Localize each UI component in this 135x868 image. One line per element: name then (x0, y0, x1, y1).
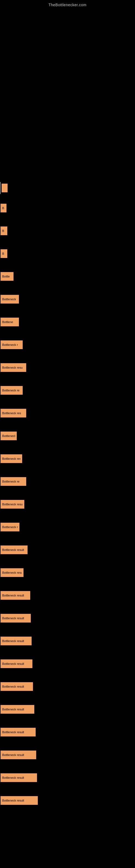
result-bar-11: Bottleneck res (1, 409, 26, 417)
result-bar-label-17: Bottleneck result (2, 548, 24, 552)
result-item-23: Bottleneck result (0, 681, 135, 692)
result-bar-28: Bottleneck result (1, 796, 38, 805)
result-bar-16: Bottleneck result (1, 523, 19, 531)
result-bar-12: Bottleneck (1, 432, 17, 440)
result-item-9: Bottleneck resu (0, 362, 135, 373)
result-bar-7: Bottlene (1, 318, 19, 326)
result-bar-15: Bottleneck result (1, 500, 24, 508)
result-bar-25: Bottleneck result (1, 728, 36, 737)
result-bar-label-19: Bottleneck result (2, 594, 24, 597)
result-bar-label-11: Bottleneck res (2, 411, 21, 415)
site-title: TheBottlenecker.com (0, 0, 135, 8)
result-bar-13: Bottleneck resul (1, 454, 22, 463)
result-bar-23: Bottleneck result (1, 682, 33, 691)
result-bar-label-25: Bottleneck result (2, 731, 24, 734)
result-bar-label-26: Bottleneck result (2, 753, 24, 756)
result-item-14: Bottleneck re (0, 475, 135, 488)
result-item-13: Bottleneck resul (0, 453, 135, 465)
result-item-1 (0, 182, 135, 194)
result-item-2: B (0, 202, 135, 214)
result-bar-9: Bottleneck resu (1, 363, 26, 372)
result-item-28: Bottleneck result (0, 795, 135, 806)
result-item-10: Bottleneck re (0, 384, 135, 396)
result-item-3: B (0, 225, 135, 237)
result-bar-6: Bottleneck (1, 295, 19, 304)
result-bar-2: B (1, 204, 6, 212)
result-bar-label-6: Bottleneck (2, 298, 16, 301)
result-item-24: Bottleneck result (0, 703, 135, 715)
result-bar-label-24: Bottleneck result (2, 708, 24, 711)
result-bar-label-20: Bottleneck result (2, 617, 24, 620)
result-bar-label-21: Bottleneck result (2, 639, 24, 643)
result-bar-label-3: B (2, 229, 4, 232)
result-bar-label-16: Bottleneck result (2, 525, 18, 529)
result-bar-label-8: Bottleneck r (2, 343, 18, 346)
result-bar-1 (2, 184, 8, 192)
result-bar-22: Bottleneck result (1, 659, 32, 668)
result-bar-label-15: Bottleneck result (2, 503, 23, 506)
result-bar-label-7: Bottlene (2, 320, 13, 323)
result-item-6: Bottleneck (0, 293, 135, 305)
result-bar-17: Bottleneck result (1, 546, 28, 554)
result-bar-label-10: Bottleneck re (2, 389, 19, 392)
result-bar-3: B (1, 226, 7, 235)
result-item-18: Bottleneck result (0, 567, 135, 579)
result-item-16: Bottleneck result (0, 521, 135, 533)
result-item-25: Bottleneck result (0, 726, 135, 738)
result-bar-label-14: Bottleneck re (2, 480, 19, 483)
result-item-26: Bottleneck result (0, 749, 135, 761)
result-item-11: Bottleneck res (0, 407, 135, 419)
result-bar-18: Bottleneck result (1, 568, 24, 577)
result-bar-label-18: Bottleneck result (2, 571, 22, 574)
results-container: BBBBottleBottleneckBottleneBottleneck rB… (0, 8, 135, 812)
result-bar-21: Bottleneck result (1, 637, 32, 645)
result-item-20: Bottleneck result (0, 612, 135, 624)
result-item-5: Bottle (0, 271, 135, 282)
result-item-15: Bottleneck result (0, 498, 135, 510)
result-item-21: Bottleneck result (0, 635, 135, 647)
result-bar-8: Bottleneck r (1, 340, 23, 349)
result-bar-label-9: Bottleneck resu (2, 366, 23, 369)
result-bar-27: Bottleneck result (1, 773, 37, 782)
result-item-19: Bottleneck result (0, 589, 135, 601)
result-item-12: Bottleneck (0, 430, 135, 442)
result-bar-label-22: Bottleneck result (2, 662, 24, 665)
result-item-27: Bottleneck result (0, 772, 135, 784)
result-bar-14: Bottleneck re (1, 477, 26, 486)
result-item-8: Bottleneck r (0, 339, 135, 351)
result-bar-label-27: Bottleneck result (2, 776, 24, 779)
result-item-4: B (0, 248, 135, 259)
result-item-22: Bottleneck result (0, 658, 135, 670)
result-bar-10: Bottleneck re (1, 386, 23, 395)
result-bar-label-13: Bottleneck resul (2, 457, 20, 460)
result-item-7: Bottlene (0, 316, 135, 328)
result-bar-20: Bottleneck result (1, 614, 31, 622)
result-bar-5: Bottle (1, 272, 13, 281)
result-bar-label-12: Bottleneck (2, 434, 15, 437)
result-bar-19: Bottleneck result (1, 591, 30, 600)
result-bar-24: Bottleneck result (1, 705, 34, 714)
result-bar-label-5: Bottle (2, 275, 10, 278)
result-bar-26: Bottleneck result (1, 750, 36, 759)
result-bar-4: B (1, 249, 7, 258)
result-item-17: Bottleneck result (0, 544, 135, 556)
result-bar-label-4: B (2, 252, 4, 255)
result-bar-label-23: Bottleneck result (2, 685, 24, 688)
result-bar-label-2: B (2, 207, 4, 210)
result-bar-label-28: Bottleneck result (2, 799, 24, 802)
